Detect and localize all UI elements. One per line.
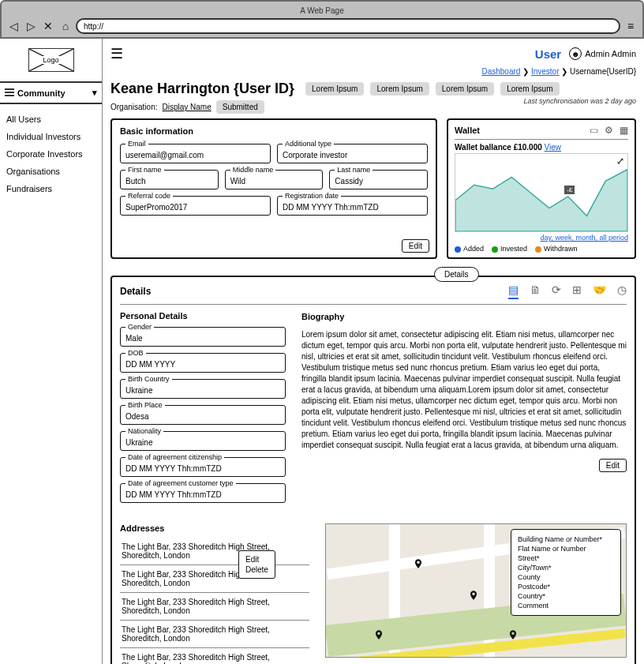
map-pin-icon[interactable] bbox=[373, 627, 384, 643]
avatar-icon: ☻ bbox=[569, 47, 582, 60]
home-icon[interactable]: ⌂ bbox=[58, 19, 73, 33]
sidebar-item-fundraisers[interactable]: Fundraisers bbox=[5, 180, 97, 197]
forward-icon[interactable]: ▷ bbox=[24, 19, 38, 33]
close-icon[interactable]: ✕ bbox=[41, 19, 55, 33]
sidebar-item-all-users[interactable]: All Users bbox=[5, 111, 97, 128]
main-content: ☰ User ☻ Admin Admin Dashboard ❯ Investo… bbox=[103, 39, 644, 664]
breadcrumb: Dashboard ❯ Investor ❯ Username{UserID} bbox=[110, 67, 636, 76]
address-context-menu: Edit Delete bbox=[238, 550, 275, 579]
browser-chrome: A Web Page ◁ ▷ ✕ ⌂ ≡ bbox=[0, 0, 644, 39]
wallet-grid-icon[interactable]: ▦ bbox=[620, 125, 628, 136]
menu-icon[interactable]: ≡ bbox=[623, 19, 638, 33]
details-card: Details ▤ 🗎 ⟳ ⊞ 🤝 ◷ Personal Details Gen… bbox=[110, 276, 636, 664]
map-pin-icon[interactable] bbox=[413, 556, 424, 572]
details-tab-bubble: Details bbox=[434, 267, 479, 282]
nationality-field[interactable]: NationalityUkraine bbox=[120, 431, 286, 451]
first-name-field[interactable]: First nameButch bbox=[120, 170, 219, 189]
tag-1[interactable]: Lorem Ipsum bbox=[305, 82, 364, 96]
birth-place-field[interactable]: Birth PlaceOdesa bbox=[120, 405, 286, 425]
wallet-balance: Wallet ballance £10.000 bbox=[455, 143, 542, 152]
details-heading: Details bbox=[120, 286, 151, 297]
wallet-legend: Added Invested Withdrawn bbox=[455, 245, 628, 253]
tab-transactions-icon[interactable]: ⟳ bbox=[552, 283, 561, 299]
tag-3[interactable]: Lorem Ipsum bbox=[436, 82, 494, 96]
address-row[interactable]: The Light Bar, 233 Shoreditch High Stree… bbox=[120, 593, 309, 621]
page-heading: Keane Harrington {User ID} bbox=[110, 81, 294, 97]
list-icon bbox=[5, 88, 14, 96]
wallet-card-icon[interactable]: ▭ bbox=[590, 125, 598, 136]
sidebar-section-community[interactable]: Community ▾ bbox=[0, 81, 102, 104]
details-tabs: ▤ 🗎 ⟳ ⊞ 🤝 ◷ bbox=[508, 283, 627, 299]
address-row[interactable]: The Light Bar, 233 Shoreditch High Stree… bbox=[120, 621, 309, 648]
page-title: A Web Page bbox=[6, 5, 638, 18]
admin-badge[interactable]: ☻ Admin Admin bbox=[569, 47, 636, 60]
dob-field[interactable]: DOBDD MM YYYY bbox=[120, 353, 286, 373]
biography-text: Lorem ipsum dolor sit amet, consectetur … bbox=[301, 329, 627, 451]
url-input[interactable] bbox=[76, 18, 620, 34]
basic-info-panel: Basic information Emailuseremail@gmail.c… bbox=[110, 118, 437, 259]
sync-note: Last synchronisation was 2 day ago bbox=[523, 97, 636, 105]
org-label: Organisation: bbox=[110, 103, 157, 111]
address-row[interactable]: The Light Bar, 233 Shoreditch High Stree… bbox=[120, 648, 309, 664]
address-row[interactable]: The Light Bar, 233 Shoreditch High Stree… bbox=[120, 565, 309, 593]
middle-name-field[interactable]: Middle nameWild bbox=[225, 170, 324, 189]
address-row[interactable]: The Light Bar, 233 Shoreditch High Stree… bbox=[120, 538, 309, 565]
tab-calendar-icon[interactable]: ⊞ bbox=[572, 283, 582, 299]
address-map[interactable]: Building Name or Number* Flat Name or Nu… bbox=[325, 523, 627, 658]
expand-icon[interactable]: ⤢ bbox=[616, 156, 624, 167]
ctx-edit[interactable]: Edit bbox=[245, 554, 268, 565]
left-sidebar: Logo Community ▾ All Users Individual In… bbox=[0, 39, 103, 664]
sidebar-item-organisations[interactable]: Organisations bbox=[5, 163, 97, 180]
wallet-title: Wallet bbox=[455, 126, 480, 135]
personal-heading: Personal Details bbox=[120, 311, 286, 321]
edit-biography-button[interactable]: Edit bbox=[599, 459, 627, 472]
wallet-view-link[interactable]: View bbox=[545, 143, 562, 152]
back-icon[interactable]: ◁ bbox=[6, 19, 21, 33]
gender-field[interactable]: GenderMale bbox=[120, 327, 286, 347]
addresses-heading: Addresses bbox=[120, 523, 309, 533]
user-link[interactable]: User bbox=[535, 47, 561, 61]
birth-country-field[interactable]: Birth CountryUkraine bbox=[120, 379, 286, 399]
tag-2[interactable]: Lorem Ipsum bbox=[370, 82, 429, 96]
tag-4[interactable]: Lorem Ipsum bbox=[500, 82, 559, 96]
tab-details-icon[interactable]: ▤ bbox=[508, 283, 519, 299]
tab-documents-icon[interactable]: 🗎 bbox=[530, 283, 541, 299]
tab-history-icon[interactable]: ◷ bbox=[617, 283, 627, 299]
breadcrumb-dashboard[interactable]: Dashboard bbox=[481, 67, 520, 76]
registration-date-field[interactable]: Registration dateDD MM YYYY Thh:mmTZD bbox=[277, 196, 428, 216]
wallet-panel: Wallet ▭ ⚙ ▦ Wallet ballance £10.000 Vie… bbox=[447, 118, 636, 259]
last-name-field[interactable]: Last nameCassidy bbox=[329, 170, 428, 189]
address-popup: Building Name or Number* Flat Name or Nu… bbox=[511, 529, 621, 616]
map-pin-icon[interactable] bbox=[507, 627, 519, 643]
chevron-down-icon: ▾ bbox=[92, 88, 97, 98]
chart-tooltip: -£ bbox=[564, 186, 575, 194]
email-field[interactable]: Emailuseremail@gmail.com bbox=[120, 144, 271, 163]
org-value[interactable]: Display Name bbox=[162, 103, 211, 111]
sidebar-item-corporate-investors[interactable]: Corporate Investors bbox=[5, 145, 97, 163]
sidebar-item-individual-investors[interactable]: Individual Investors bbox=[5, 128, 97, 145]
breadcrumb-investor[interactable]: Investor bbox=[531, 67, 560, 76]
breadcrumb-current: Username{UserID} bbox=[570, 67, 636, 76]
edit-basic-button[interactable]: Edit bbox=[402, 239, 429, 253]
tab-partners-icon[interactable]: 🤝 bbox=[593, 283, 606, 299]
referral-code-field[interactable]: Referral codeSuperPromo2017 bbox=[120, 196, 271, 216]
basic-info-heading: Basic information bbox=[120, 126, 428, 136]
logo: Logo bbox=[28, 48, 74, 72]
biography-heading: Biography bbox=[301, 311, 627, 323]
wallet-chart[interactable]: ⤢ -£ bbox=[455, 153, 628, 232]
citizenship-agreement-field[interactable]: Date of agreement citizenshipDD MM YYYY … bbox=[120, 457, 286, 477]
hamburger-icon[interactable]: ☰ bbox=[110, 45, 123, 62]
customer-type-agreement-field[interactable]: Date of agreement customer typeDD MM YYY… bbox=[120, 483, 286, 503]
wallet-time-range[interactable]: day, week, month, all period bbox=[455, 234, 628, 242]
additional-type-field[interactable]: Additional typeCorporate investor bbox=[277, 144, 428, 163]
wallet-settings-icon[interactable]: ⚙ bbox=[605, 125, 613, 136]
ctx-delete[interactable]: Delete bbox=[245, 565, 268, 575]
map-pin-icon[interactable] bbox=[468, 587, 479, 603]
status-badge: Submitted bbox=[216, 100, 264, 114]
